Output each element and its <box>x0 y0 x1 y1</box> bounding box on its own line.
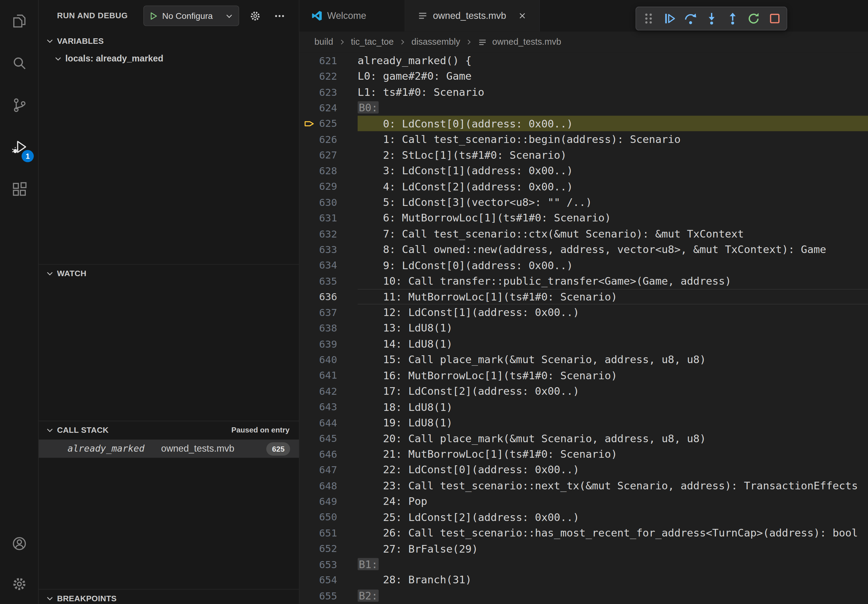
code-line-651[interactable]: 651 26: Call test_scenario::has_most_rec… <box>299 525 868 541</box>
line-number[interactable]: 639 <box>316 338 337 350</box>
activity-bar-item-run-and-debug[interactable]: 1 <box>0 126 38 168</box>
code-line-631[interactable]: 631 6: MutBorrowLoc[1](ts#1#0: Scenario) <box>299 210 868 226</box>
line-number[interactable]: 642 <box>316 385 337 397</box>
line-number[interactable]: 644 <box>316 417 337 428</box>
code-line-633[interactable]: 633 8: Call owned::new(address, address,… <box>299 242 868 257</box>
gutter-glyph-margin[interactable] <box>299 588 316 604</box>
code-line-647[interactable]: 647 22: LdConst[0](address: 0x00..) <box>299 462 868 478</box>
line-number[interactable]: 648 <box>316 480 337 491</box>
line-number[interactable]: 635 <box>316 275 337 287</box>
line-number[interactable]: 652 <box>316 542 337 554</box>
code-line-638[interactable]: 638 13: LdU8(1) <box>299 320 868 336</box>
line-number[interactable]: 631 <box>316 212 337 223</box>
line-number[interactable]: 626 <box>316 133 337 145</box>
code-line-639[interactable]: 639 14: LdU8(1) <box>299 336 868 352</box>
code-line-641[interactable]: 641 16: MutBorrowLoc[1](ts#1#0: Scenario… <box>299 367 868 383</box>
activity-bar-item-explorer[interactable] <box>0 0 38 42</box>
line-number[interactable]: 630 <box>316 197 337 208</box>
debug-settings-gear-icon[interactable] <box>249 10 261 22</box>
line-number[interactable]: 640 <box>316 354 337 365</box>
activity-bar-item-source-control[interactable] <box>0 84 38 126</box>
start-debugging-icon[interactable] <box>149 11 158 21</box>
line-number[interactable]: 641 <box>316 370 337 381</box>
line-number[interactable]: 634 <box>316 259 337 271</box>
activity-bar-item-search[interactable] <box>0 42 38 84</box>
gutter-glyph-margin[interactable] <box>299 100 316 116</box>
line-number[interactable]: 645 <box>316 432 337 444</box>
code-line-626[interactable]: 626 1: Call test_scenario::begin(address… <box>299 132 868 147</box>
gutter-glyph-margin[interactable] <box>299 194 316 210</box>
breadcrumb-item-owned-tests-mvb[interactable]: owned_tests.mvb <box>492 37 561 47</box>
line-number[interactable]: 636 <box>316 291 337 302</box>
gutter-glyph-margin[interactable] <box>299 431 316 446</box>
code-line-622[interactable]: 622L0: game#2#0: Game <box>299 68 868 84</box>
line-number[interactable]: 632 <box>316 228 337 239</box>
code-line-653[interactable]: 653B1: <box>299 556 868 572</box>
code-line-627[interactable]: 627 2: StLoc[1](ts#1#0: Scenario) <box>299 147 868 163</box>
gutter-glyph-margin[interactable] <box>299 210 316 226</box>
line-number[interactable]: 625 <box>316 118 337 129</box>
current-instruction-arrow-icon[interactable] <box>299 116 316 132</box>
gutter-glyph-margin[interactable] <box>299 147 316 163</box>
line-number[interactable]: 654 <box>316 574 337 586</box>
line-number[interactable]: 623 <box>316 86 337 98</box>
line-number[interactable]: 624 <box>316 102 337 113</box>
code-line-628[interactable]: 628 3: LdConst[1](address: 0x00..) <box>299 163 868 178</box>
gutter-glyph-margin[interactable] <box>299 320 316 336</box>
step-over-icon[interactable] <box>682 10 699 27</box>
code-line-635[interactable]: 635 10: Call transfer::public_transfer<G… <box>299 273 868 289</box>
watch-section-header[interactable]: WATCH <box>39 264 299 282</box>
gutter-glyph-margin[interactable] <box>299 525 316 541</box>
line-number[interactable]: 646 <box>316 448 337 460</box>
line-number[interactable]: 633 <box>316 244 337 255</box>
code-line-640[interactable]: 640 15: Call place_mark(&mut Scenario, a… <box>299 352 868 367</box>
code-line-655[interactable]: 655B2: <box>299 588 868 604</box>
locals-scope-row[interactable]: locals: already_marked <box>39 50 299 68</box>
more-actions-icon[interactable] <box>273 11 288 22</box>
debug-config-picker[interactable]: No Configura <box>143 5 239 26</box>
step-into-icon[interactable] <box>702 10 720 27</box>
line-number[interactable]: 651 <box>316 527 337 539</box>
code-line-650[interactable]: 650 25: LdConst[2](address: 0x00..) <box>299 509 868 525</box>
gutter-glyph-margin[interactable] <box>299 242 316 257</box>
code-line-624[interactable]: 624B0: <box>299 100 868 116</box>
code-line-646[interactable]: 646 21: MutBorrowLoc[1](ts#1#0: Scenario… <box>299 446 868 462</box>
line-number[interactable]: 621 <box>316 55 337 66</box>
code-line-621[interactable]: 621already_marked() { <box>299 53 868 68</box>
code-line-648[interactable]: 648 23: Call test_scenario::next_tx(&mut… <box>299 477 868 493</box>
gutter-glyph-margin[interactable] <box>299 493 316 509</box>
code-line-625[interactable]: 625 0: LdConst[0](address: 0x00..) <box>299 116 868 132</box>
tab-owned-tests-mvb[interactable]: owned_tests.mvb <box>405 0 540 32</box>
gutter-glyph-margin[interactable] <box>299 383 316 399</box>
code-line-643[interactable]: 643 18: LdU8(1) <box>299 399 868 415</box>
gutter-glyph-margin[interactable] <box>299 132 316 147</box>
code-line-642[interactable]: 642 17: LdConst[2](address: 0x00..) <box>299 383 868 399</box>
line-number[interactable]: 643 <box>316 401 337 412</box>
gutter-glyph-margin[interactable] <box>299 415 316 431</box>
code-line-634[interactable]: 634 9: LdConst[0](address: 0x00..) <box>299 257 868 273</box>
gutter-glyph-margin[interactable] <box>299 541 316 556</box>
restart-icon[interactable] <box>744 10 762 27</box>
line-number[interactable]: 650 <box>316 511 337 523</box>
call-stack-section-header[interactable]: CALL STACK Paused on entry <box>39 421 299 438</box>
code-line-637[interactable]: 637 12: LdConst[1](address: 0x00..) <box>299 304 868 320</box>
line-number[interactable]: 637 <box>316 307 337 318</box>
code-line-649[interactable]: 649 24: Pop <box>299 493 868 509</box>
code-line-652[interactable]: 652 27: BrFalse(29) <box>299 541 868 556</box>
gutter-glyph-margin[interactable] <box>299 304 316 320</box>
code-line-644[interactable]: 644 19: LdU8(1) <box>299 415 868 431</box>
code-line-636[interactable]: 636 11: MutBorrowLoc[1](ts#1#0: Scenario… <box>299 289 868 304</box>
line-number[interactable]: 629 <box>316 181 337 192</box>
gutter-glyph-margin[interactable] <box>299 477 316 493</box>
line-number[interactable]: 647 <box>316 464 337 475</box>
code-line-654[interactable]: 654 28: Branch(31) <box>299 572 868 588</box>
gutter-glyph-margin[interactable] <box>299 289 316 304</box>
line-number[interactable]: 653 <box>316 558 337 570</box>
step-out-icon[interactable] <box>724 10 741 27</box>
close-icon[interactable] <box>518 11 527 20</box>
gutter-glyph-margin[interactable] <box>299 163 316 178</box>
gutter-glyph-margin[interactable] <box>299 399 316 415</box>
gutter-glyph-margin[interactable] <box>299 367 316 383</box>
code-line-632[interactable]: 632 7: Call test_scenario::ctx(&mut Scen… <box>299 226 868 242</box>
gutter-glyph-margin[interactable] <box>299 273 316 289</box>
